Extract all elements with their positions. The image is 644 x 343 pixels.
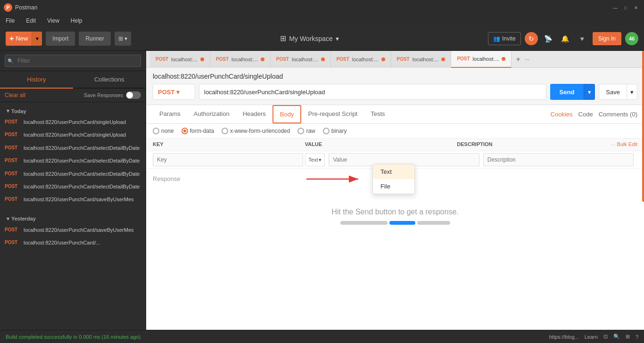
request-tab-6-active[interactable]: POST localhost:...	[451, 51, 512, 68]
tab-params[interactable]: Params	[153, 106, 187, 123]
titlebar: P Postman — □ ✕	[0, 0, 644, 15]
tab-collections[interactable]: Collections	[73, 71, 146, 89]
send-button[interactable]: Send	[550, 84, 584, 100]
list-item[interactable]: POST localhost:8220/userPunchCard/select…	[0, 155, 146, 167]
more-tabs-button[interactable]: ···	[525, 56, 529, 63]
tab-tests[interactable]: Tests	[364, 106, 391, 123]
tab-modified-dot	[381, 57, 385, 61]
send-dropdown-button[interactable]: ▾	[584, 84, 595, 100]
list-item[interactable]: POST localhost:8220/userPunchCard/select…	[0, 142, 146, 155]
save-responses-toggle[interactable]	[126, 91, 141, 99]
radio-binary[interactable]: binary	[323, 128, 347, 134]
method-badge: POST	[5, 196, 20, 202]
menu-file[interactable]: File	[4, 16, 17, 25]
workspace-selector[interactable]: ⊞ My Workspace ▾	[280, 34, 339, 43]
menubar: File Edit View Help	[0, 15, 644, 26]
method-badge: POST	[5, 119, 20, 124]
invite-button[interactable]: 👥 Invite	[488, 32, 521, 45]
import-button[interactable]: Import	[46, 32, 75, 46]
request-tab-5[interactable]: POST localhost:...	[391, 51, 452, 68]
radio-raw[interactable]: raw	[297, 128, 315, 134]
comments-link[interactable]: Comments (0)	[599, 111, 637, 118]
tab-method: POST	[216, 57, 229, 62]
history-url: localhost:8220/userPunchCard/saveByUserM…	[24, 227, 134, 234]
search-input[interactable]	[5, 55, 141, 67]
method-select[interactable]: POST ▾	[153, 84, 195, 100]
status-text: Build completed successfully in 0.000 ms…	[6, 334, 140, 340]
signin-button[interactable]: Sign In	[593, 32, 621, 45]
right-edge-strip	[642, 51, 644, 202]
url-bar: localhost:8220/userPunchCard/singleUploa…	[146, 68, 644, 105]
learn-link[interactable]: Learn	[585, 334, 598, 340]
dropdown-popup: Text File	[372, 164, 415, 194]
tab-body[interactable]: Body	[272, 105, 302, 123]
col-value-header: VALUE	[305, 141, 457, 148]
cookies-link[interactable]: Cookies	[551, 111, 573, 118]
main-toolbar: + New ▾ Import Runner ⊞ ▾ ⊞ My Workspace…	[0, 26, 644, 51]
method-badge: POST	[5, 157, 20, 163]
sync-button[interactable]: ↻	[525, 32, 538, 45]
clear-all-button[interactable]: Clear all	[5, 92, 25, 98]
url-input-row: POST ▾ Send ▾ Save ▾	[153, 84, 637, 100]
list-item[interactable]: POST localhost:8220/userPunchCard/select…	[0, 168, 146, 180]
key-input[interactable]	[153, 153, 303, 166]
tab-history[interactable]: History	[0, 71, 73, 89]
search-status-icon[interactable]: 🔍	[613, 334, 620, 340]
request-option-right: Cookies Code Comments (0)	[551, 111, 637, 118]
minimize-button[interactable]: —	[611, 3, 619, 12]
desc-input[interactable]	[483, 153, 634, 166]
bell-icon[interactable]: 🔔	[559, 32, 572, 45]
tab-method: POST	[457, 56, 470, 61]
new-button[interactable]: + New	[6, 32, 32, 46]
heart-icon[interactable]: ♥	[576, 32, 589, 45]
help-icon[interactable]: ?	[636, 334, 638, 340]
url-input[interactable]	[199, 84, 546, 100]
user-avatar[interactable]: 46	[625, 32, 638, 45]
tab-authorization[interactable]: Authorization	[187, 106, 236, 123]
maximize-button[interactable]: □	[621, 3, 630, 12]
layout-button[interactable]: ⊞ ▾	[115, 32, 131, 46]
layout-icon[interactable]: ⊡	[603, 334, 608, 340]
menu-view[interactable]: View	[45, 16, 61, 25]
dropdown-item-file[interactable]: File	[373, 179, 414, 194]
code-link[interactable]: Code	[578, 111, 593, 118]
menu-help[interactable]: Help	[69, 16, 84, 25]
request-tab-4[interactable]: POST localhost:...	[331, 51, 391, 68]
menu-edit[interactable]: Edit	[24, 16, 38, 25]
save-button[interactable]: Save	[599, 84, 627, 100]
type-selector[interactable]: Text ▾	[305, 153, 325, 166]
save-dropdown-button[interactable]: ▾	[627, 84, 637, 100]
request-tab-1[interactable]: POST localhost:...	[150, 51, 210, 68]
loading-bar-1	[340, 221, 388, 225]
request-tab-3[interactable]: POST localhost:...	[271, 51, 331, 68]
grid-status-icon[interactable]: ⊞	[626, 334, 630, 340]
dropdown-item-text[interactable]: Text	[373, 164, 414, 179]
close-button[interactable]: ✕	[632, 3, 640, 12]
list-item[interactable]: POST localhost:8220/userPunchCard/single…	[0, 129, 146, 141]
list-item[interactable]: POST localhost:8220/userPunchCard/select…	[0, 180, 146, 193]
grid-icon: ⊞	[280, 34, 286, 43]
postman-logo: P	[4, 3, 12, 12]
hit-send-text: Hit the Send button to get a response.	[146, 189, 644, 244]
save-button-group: Save ▾	[599, 84, 637, 100]
bulk-edit-button[interactable]: Bulk Edit	[617, 141, 637, 148]
list-item[interactable]: POST localhost:8220/userPunchCard/single…	[0, 116, 146, 129]
history-url: localhost:8220/userPunchCard/saveByUserM…	[24, 196, 134, 203]
runner-button[interactable]: Runner	[79, 32, 110, 46]
table-header: KEY VALUE DESCRIPTION ··· Bulk Edit	[146, 139, 644, 151]
more-icon[interactable]: ···	[611, 141, 615, 148]
yesterday-label: ▾ Yesterday	[0, 214, 146, 224]
new-request-tab-button[interactable]: +	[512, 53, 525, 66]
radio-form-data[interactable]: form-data	[182, 128, 214, 134]
toolbar-center: ⊞ My Workspace ▾	[135, 34, 484, 43]
radar-icon[interactable]: 📡	[542, 32, 555, 45]
new-button-dropdown[interactable]: ▾	[32, 32, 42, 46]
list-item[interactable]: POST localhost:8220/userPunchCard/saveBy…	[0, 224, 146, 237]
radio-none[interactable]: none	[153, 128, 174, 134]
list-item[interactable]: POST localhost:8220/userPunchCard/...	[0, 237, 146, 249]
request-tab-2[interactable]: POST localhost:...	[210, 51, 271, 68]
list-item[interactable]: POST localhost:8220/userPunchCard/saveBy…	[0, 193, 146, 206]
tab-headers[interactable]: Headers	[236, 106, 272, 123]
tab-prerequest[interactable]: Pre-request Script	[301, 106, 364, 123]
radio-urlencoded[interactable]: x-www-form-urlencoded	[222, 128, 290, 134]
